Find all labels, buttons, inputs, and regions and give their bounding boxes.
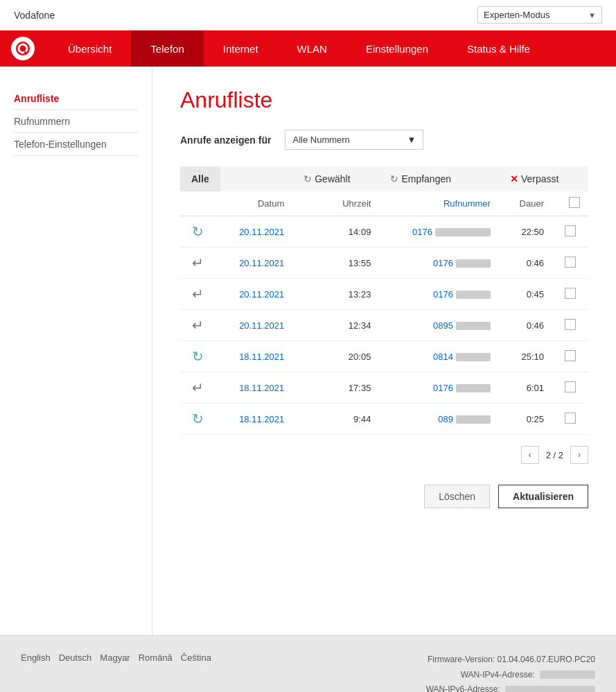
tab-verpasst-label: Verpasst — [521, 173, 558, 184]
app-title: Vodafone — [14, 10, 55, 21]
nav-item-status-hilfe[interactable]: Status & Hilfe — [448, 31, 549, 67]
lang-deutsch[interactable]: Deutsch — [59, 652, 92, 663]
table-row: ↵ 18.11.2021 17:35 0176 6:01 — [180, 372, 588, 404]
row-checkbox[interactable] — [565, 413, 576, 424]
call-duration: 0:45 — [499, 279, 552, 310]
col-header-datum: Datum — [215, 191, 292, 216]
page-wrapper: Anrufliste Rufnummern Telefon-Einstellun… — [0, 67, 616, 635]
top-bar: Vodafone Experten-Modus ▼ — [0, 0, 616, 31]
next-page-button[interactable]: › — [570, 446, 588, 464]
lang-english[interactable]: English — [21, 652, 51, 663]
table-row: ↻ 18.11.2021 9:44 089 0:25 — [180, 404, 588, 435]
tab-verpasst[interactable]: ✕ Verpasst — [499, 166, 570, 191]
table-row: ↵ 20.11.2021 13:23 0176 0:45 — [180, 279, 588, 310]
tab-gewahlt[interactable]: ↻ Gewählt — [292, 166, 361, 191]
lang-romana[interactable]: Română — [139, 652, 173, 663]
main-content: Anrufliste Anrufe anzeigen für Alle Numm… — [152, 67, 616, 635]
row-checkbox-cell — [552, 279, 588, 310]
call-number: 0176 — [379, 372, 498, 404]
expert-mode-dropdown[interactable]: Experten-Modus ▼ — [477, 6, 602, 24]
call-time: 9:44 — [292, 404, 379, 435]
nav-item-telefon[interactable]: Telefon — [131, 31, 203, 67]
footer-inner: English Deutsch Magyar Română Čeština Fi… — [21, 652, 595, 692]
select-all-checkbox[interactable] — [569, 197, 580, 208]
col-header-checkbox — [552, 191, 588, 216]
sidebar: Anrufliste Rufnummern Telefon-Einstellun… — [0, 67, 152, 635]
call-type-icon: ↻ — [180, 216, 215, 248]
nav-item-wlan[interactable]: WLAN — [278, 31, 346, 67]
row-checkbox[interactable] — [565, 381, 576, 392]
call-duration: 0:25 — [499, 404, 552, 435]
row-checkbox-cell — [552, 310, 588, 341]
nav-item-internet[interactable]: Internet — [204, 31, 278, 67]
delete-button[interactable]: Löschen — [424, 485, 490, 508]
lang-cestina[interactable]: Čeština — [181, 652, 211, 663]
call-time: 12:34 — [292, 310, 379, 341]
call-duration: 25:10 — [499, 341, 552, 372]
gewahlt-icon: ↻ — [303, 173, 312, 184]
refresh-button[interactable]: Aktualisieren — [498, 485, 588, 508]
tab-empfangen[interactable]: ↻ Empfangen — [379, 166, 462, 191]
footer-languages: English Deutsch Magyar Română Čeština — [21, 652, 211, 663]
col-header-icon — [180, 191, 215, 216]
call-duration: 0:46 — [499, 248, 552, 279]
call-type-icon: ↵ — [180, 310, 215, 341]
sidebar-item-anrufliste[interactable]: Anrufliste — [14, 87, 138, 110]
table-row: ↻ 20.11.2021 14:09 0176 22:50 — [180, 216, 588, 248]
call-time: 20:05 — [292, 341, 379, 372]
row-checkbox-cell — [552, 216, 588, 248]
call-date: 20.11.2021 — [215, 279, 292, 310]
row-checkbox[interactable] — [565, 257, 576, 268]
row-checkbox[interactable] — [565, 319, 576, 330]
table-row: ↵ 20.11.2021 13:55 0176 0:46 — [180, 248, 588, 279]
header-area: Übersicht Telefon Internet WLAN Einstell… — [0, 31, 616, 67]
call-duration: 0:46 — [499, 310, 552, 341]
row-checkbox[interactable] — [565, 350, 576, 361]
call-duration: 22:50 — [499, 216, 552, 248]
sidebar-item-telefon-einstellungen[interactable]: Telefon-Einstellungen — [14, 133, 138, 156]
filter-chevron-icon: ▼ — [407, 135, 416, 145]
col-header-uhrzeit: Uhrzeit — [292, 191, 379, 216]
filter-select[interactable]: Alle Nummern ▼ — [285, 130, 423, 150]
page-title: Anrufliste — [180, 87, 588, 113]
nav-item-einstellungen[interactable]: Einstellungen — [346, 31, 448, 67]
pagination: ‹ 2 / 2 › — [180, 446, 588, 464]
filter-bar: Anrufe anzeigen für Alle Nummern ▼ — [180, 130, 588, 150]
expert-mode-label: Experten-Modus — [484, 10, 549, 20]
verpasst-x-icon: ✕ — [510, 173, 518, 184]
nav-item-ubersicht[interactable]: Übersicht — [49, 31, 131, 67]
lang-magyar[interactable]: Magyar — [100, 652, 130, 663]
call-date: 20.11.2021 — [215, 310, 292, 341]
page-info: 2 / 2 — [543, 450, 566, 460]
tab-row: Alle ↻ Gewählt ↻ Empfangen — [180, 166, 588, 191]
call-date: 18.11.2021 — [215, 372, 292, 404]
filter-value: Alle Nummern — [292, 135, 349, 145]
row-checkbox[interactable] — [565, 288, 576, 299]
call-date: 18.11.2021 — [215, 341, 292, 372]
call-date: 20.11.2021 — [215, 248, 292, 279]
call-type-icon: ↻ — [180, 341, 215, 372]
call-date: 18.11.2021 — [215, 404, 292, 435]
tab-empfangen-label: Empfangen — [401, 173, 451, 184]
tab-alle[interactable]: Alle — [180, 166, 220, 191]
call-number: 089 — [379, 404, 498, 435]
prev-page-button[interactable]: ‹ — [521, 446, 539, 464]
row-checkbox[interactable] — [565, 225, 576, 236]
wan-ipv4: WAN-IPv4-Adresse: — [426, 668, 595, 683]
call-number: 0176 — [379, 216, 498, 248]
call-number: 0176 — [379, 248, 498, 279]
col-header-dauer: Dauer — [499, 191, 552, 216]
call-number: 0176 — [379, 279, 498, 310]
call-date: 20.11.2021 — [215, 216, 292, 248]
call-number: 0895 — [379, 310, 498, 341]
wan-ipv6: WAN-IPv6-Adresse: — [426, 682, 595, 692]
call-duration: 6:01 — [499, 372, 552, 404]
call-table-body: ↻ 20.11.2021 14:09 0176 22:50 ↵ 20.11.20… — [180, 216, 588, 435]
sidebar-item-rufnummern[interactable]: Rufnummern — [14, 110, 138, 133]
wan-ipv6-value — [505, 686, 595, 692]
row-checkbox-cell — [552, 248, 588, 279]
tab-gewahlt-label: Gewählt — [315, 173, 350, 184]
table-row: ↵ 20.11.2021 12:34 0895 0:46 — [180, 310, 588, 341]
call-time: 14:09 — [292, 216, 379, 248]
call-type-icon: ↵ — [180, 372, 215, 404]
